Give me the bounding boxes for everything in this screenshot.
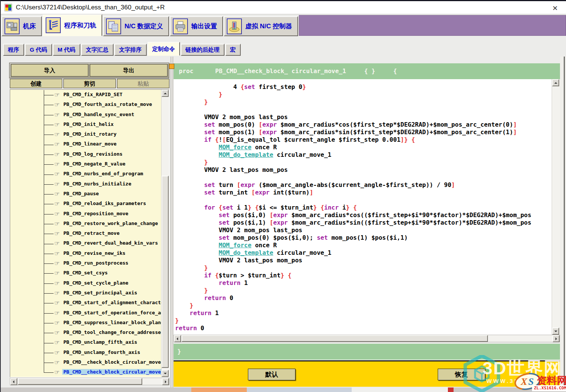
tree-item[interactable]: ☞PB_CMD__check_block_circular_move: [10, 358, 161, 368]
splitter-sash-handle[interactable]: [169, 64, 174, 69]
code-line: MOM_force once R: [175, 144, 552, 151]
tree-item-label: PB_CMD_init_helix: [63, 121, 114, 127]
code-line: for {set i 1} {$i <= $turn_int} {incr i}…: [175, 204, 552, 211]
sub-tab-3[interactable]: 文字汇总: [81, 44, 114, 56]
tree-scroll-down-icon[interactable]: [161, 370, 169, 377]
code-line: }: [175, 159, 552, 166]
tree-scroll-up-icon[interactable]: [161, 90, 169, 97]
code-vscrollbar[interactable]: [552, 79, 560, 335]
code-line: set mom_pos(1) [expr $mom_arc_radius*sin…: [175, 129, 552, 136]
sub-tab-6[interactable]: 链接的后处理: [181, 44, 225, 56]
tree-item[interactable]: ☞PB_CMD_reposition_move: [10, 209, 161, 219]
tree-scroll-left-icon[interactable]: [10, 378, 17, 385]
tree-connector: [44, 229, 54, 239]
tree-connector: [44, 100, 54, 110]
main-tab-label: N/C 数据定义: [125, 22, 163, 31]
tree-item[interactable]: ☞PB_CMD_reload_iks_parameters: [10, 199, 161, 209]
tree-item-label: PB_CMD_log_revisions: [63, 151, 123, 157]
sub-tab-1[interactable]: G 代码: [25, 44, 52, 56]
sub-tab-0[interactable]: 程序: [3, 44, 24, 56]
tree-item[interactable]: ☞PB_CMD_set_csys: [10, 268, 161, 278]
tree-connector: [44, 298, 54, 308]
hand-pointer-icon: ☞: [54, 309, 60, 317]
tree-item[interactable]: ☞PB_CMD_set_principal_axis: [10, 288, 161, 298]
tree-item-label: PB_CMD_unclamp_fifth_axis: [63, 339, 137, 345]
tree-item[interactable]: ☞PB_CMD_log_revisions: [10, 150, 161, 159]
tree-item[interactable]: ☞PB_CMD_init_helix: [10, 120, 161, 130]
tree-item[interactable]: ☞PB_CMD_start_of_alignment_character: [10, 298, 161, 308]
tree-item[interactable]: ☞PB_CMD_negate_R_value: [10, 159, 161, 169]
main-tab-virtual-nc[interactable]: 虚拟 N/C 控制器: [224, 16, 298, 36]
code-scroll-left-icon[interactable]: [174, 335, 181, 342]
tree-connector: [44, 249, 54, 259]
code-scroll-up-icon[interactable]: [552, 79, 559, 86]
tree-item[interactable]: ☞PB_CMD_run_postprocess: [10, 259, 161, 268]
import-button[interactable]: 导入: [11, 64, 88, 77]
tree-item[interactable]: ☞PB_CMD_revise_new_iks: [10, 249, 161, 259]
default-button[interactable]: 默认: [248, 369, 295, 380]
sub-tabs: 程序G 代码M 代码文字汇总文字排序定制命令链接的后处理宏: [3, 41, 241, 56]
tree-hscroll-thumb[interactable]: [18, 378, 142, 385]
code-line: VMOV 2 mom_pos last_pos: [175, 227, 552, 234]
tree-vscrollbar[interactable]: [161, 90, 169, 377]
hand-pointer-icon: ☞: [54, 299, 60, 306]
tree-item[interactable]: ☞PB_CMD_handle_sync_event: [10, 110, 161, 120]
close-icon[interactable]: ✕: [550, 3, 560, 13]
code-hscrollbar[interactable]: [174, 335, 560, 342]
create-button[interactable]: 创建: [10, 79, 62, 88]
tree-item-label: PB_CMD_pause: [63, 191, 99, 196]
mom-command-link[interactable]: MOM_do_template: [219, 249, 274, 256]
tree-item[interactable]: ☞PB_CMD_fourth_axis_rotate_move: [10, 100, 161, 110]
tree-item[interactable]: ☞PB_CMD_nurbs_end_of_program: [10, 169, 161, 179]
mom-command-link[interactable]: MOM_force: [219, 144, 252, 151]
tree-item[interactable]: ☞PB_CMD_unclamp_fourth_axis: [10, 348, 161, 358]
code-line: set turn [expr ($mom_arc_angle-abs($curr…: [175, 181, 552, 189]
tree-item[interactable]: ☞PB_CMD_linear_move: [10, 139, 161, 149]
sub-tab-4[interactable]: 文字排序: [114, 44, 147, 56]
tree-item[interactable]: ☞PB_CMD_nurbs_initialize: [10, 179, 161, 189]
tree-item[interactable]: ☞PB_CMD_revert_dual_head_kin_vars: [10, 239, 161, 248]
tree-item[interactable]: ☞PB_CMD_tool_change_force_addresses: [10, 328, 161, 338]
tree-item[interactable]: ☞PB_CMD_retract_move: [10, 229, 161, 239]
code-hscroll-thumb[interactable]: [181, 335, 488, 342]
main-tab-nc-data[interactable]: N/C 数据定义: [103, 16, 169, 36]
code-line: return 0: [175, 325, 552, 332]
mom-command-link[interactable]: MOM_do_template: [219, 151, 274, 158]
tree-item[interactable]: ☞PB_CMD_fix_RAPID_SET: [10, 90, 161, 100]
cut-button[interactable]: 剪切: [63, 79, 116, 88]
mom-command-link[interactable]: MOM_force: [219, 242, 252, 249]
tree-item-label: PB_CMD__check_block_circular_move_1: [62, 369, 161, 375]
code-scroll-right-icon[interactable]: [552, 335, 560, 342]
tree-item[interactable]: ☞PB_CMD_start_of_operation_force_addr: [10, 308, 161, 318]
main-tab-machine[interactable]: 机床: [2, 16, 42, 36]
restore-button[interactable]: 恢复: [438, 369, 485, 380]
tree-item-label: PB_CMD_run_postprocess: [63, 260, 128, 266]
sub-tab-2[interactable]: M 代码: [53, 44, 80, 56]
tree-scroll-thumb[interactable]: [161, 176, 169, 368]
panel-splitter[interactable]: [171, 57, 173, 387]
code-line: }: [175, 91, 552, 98]
tree-item[interactable]: ☞PB_CMD_set_cycle_plane: [10, 279, 161, 288]
tree-scroll-right-icon[interactable]: [162, 378, 169, 385]
code-line: 4 {set first_step 0}: [175, 83, 552, 91]
tree-item[interactable]: ☞PB_CMD_suppress_linear_block_plane_c: [10, 318, 161, 328]
sub-tab-7[interactable]: 宏: [225, 44, 241, 56]
tree-item[interactable]: ☞PB_CMD_unclamp_fifth_axis: [10, 338, 161, 348]
code-scroll-down-icon[interactable]: [552, 328, 559, 335]
main-tab-output-settings[interactable]: 输出设置: [170, 16, 223, 36]
titlebar: C:\Users\37214\Desktop\Less_than_360_out…: [1, 0, 566, 14]
tree-hscrollbar[interactable]: [10, 378, 169, 385]
tree-item[interactable]: ☞PB_CMD_init_rotary: [10, 130, 161, 139]
tree-item[interactable]: ☞PB_CMD_restore_work_plane_change: [10, 219, 161, 229]
paste-button-disabled: 粘贴: [117, 79, 169, 88]
code-editor[interactable]: 4 {set first_step 0} } } VMOV 2 mom_pos …: [174, 79, 560, 335]
main-tab-program-toolpath[interactable]: 程序和刀轨: [43, 14, 102, 36]
tree-item[interactable]: ☞PB_CMD_pause: [10, 189, 161, 199]
tree-item-label: PB_CMD_set_csys: [63, 270, 108, 276]
tree-connector: [44, 358, 54, 368]
export-button[interactable]: 导出: [90, 64, 168, 77]
hand-pointer-icon: ☞: [54, 121, 60, 128]
sub-tab-5[interactable]: 定制命令: [148, 42, 180, 56]
tree-item[interactable]: ☞PB_CMD__check_block_circular_move_1: [10, 368, 161, 377]
tree-item-label: PB_CMD_fix_RAPID_SET: [63, 92, 123, 97]
